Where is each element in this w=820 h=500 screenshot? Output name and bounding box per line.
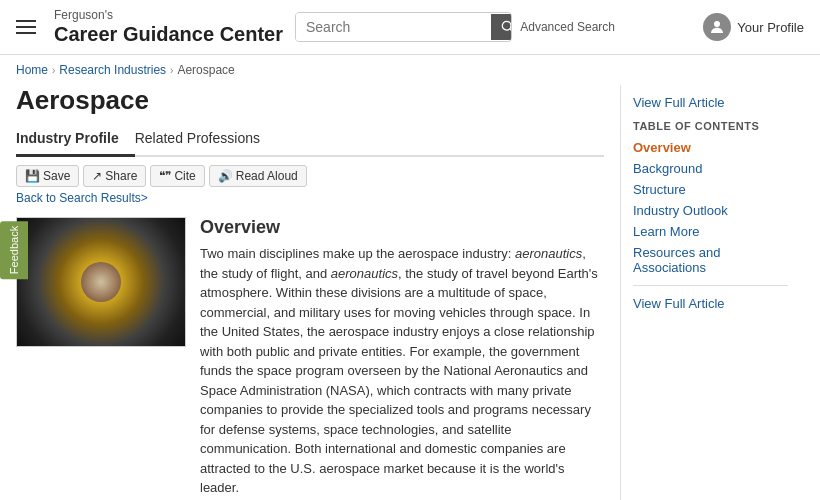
toc-title: TABLE OF CONTENTS (633, 120, 788, 132)
toolbar: 💾 Save ↗ Share ❝❞ Cite 🔊 Read Aloud (16, 165, 604, 187)
breadcrumb-current: Aerospace (177, 63, 234, 77)
sidebar: View Full Article TABLE OF CONTENTS Over… (620, 85, 800, 500)
advanced-search-link[interactable]: Advanced Search (520, 20, 615, 34)
share-label: Share (105, 169, 137, 183)
article-image-content (17, 218, 185, 346)
cite-label: Cite (174, 169, 195, 183)
search-icon (501, 20, 512, 34)
content-area: Aerospace Industry Profile Related Profe… (0, 85, 620, 500)
back-to-results-link[interactable]: Back to Search Results> (16, 191, 604, 205)
logo-area: Ferguson's Career Guidance Center (16, 8, 283, 46)
sidebar-divider (633, 285, 788, 286)
feedback-tab[interactable]: Feedback (0, 221, 28, 279)
article-text-right: Overview Two main disciplines make up th… (200, 217, 604, 498)
share-button[interactable]: ↗ Share (83, 165, 146, 187)
article-intro-section: Overview Two main disciplines make up th… (16, 217, 604, 498)
article-image (16, 217, 186, 347)
save-button[interactable]: 💾 Save (16, 165, 79, 187)
hamburger-icon[interactable] (16, 20, 36, 34)
cite-icon: ❝❞ (159, 169, 171, 183)
page-title: Aerospace (16, 85, 604, 116)
feedback-area: Feedback (0, 221, 28, 279)
profile-area[interactable]: Your Profile (703, 13, 804, 41)
svg-line-1 (510, 29, 512, 32)
tab-related-professions[interactable]: Related Professions (135, 122, 276, 157)
tab-industry-profile[interactable]: Industry Profile (16, 122, 135, 157)
search-button[interactable] (491, 14, 512, 40)
logo-top: Ferguson's (54, 8, 283, 22)
search-box (295, 12, 512, 42)
toc-item-resources[interactable]: Resources and Associations (633, 245, 788, 275)
overview-text-intro: Two main disciplines make up the aerospa… (200, 244, 604, 498)
profile-avatar (703, 13, 731, 41)
breadcrumb-sep2: › (170, 65, 173, 76)
breadcrumb-sep1: › (52, 65, 55, 76)
header: Ferguson's Career Guidance Center Advanc… (0, 0, 820, 55)
svg-point-0 (502, 21, 511, 30)
main-layout: Aerospace Industry Profile Related Profe… (0, 85, 820, 500)
toc-item-industry-outlook[interactable]: Industry Outlook (633, 203, 788, 218)
toc-item-structure[interactable]: Structure (633, 182, 788, 197)
search-input[interactable] (296, 13, 491, 41)
toc-item-background[interactable]: Background (633, 161, 788, 176)
profile-label: Your Profile (737, 20, 804, 35)
breadcrumb-level1[interactable]: Research Industries (59, 63, 166, 77)
logo-text: Ferguson's Career Guidance Center (54, 8, 283, 46)
read-aloud-button[interactable]: 🔊 Read Aloud (209, 165, 307, 187)
breadcrumb: Home › Research Industries › Aerospace (0, 55, 820, 85)
search-area: Advanced Search (295, 12, 615, 42)
view-full-article-bottom-link[interactable]: View Full Article (633, 296, 788, 311)
view-full-article-top-link[interactable]: View Full Article (633, 95, 788, 110)
tabs: Industry Profile Related Professions (16, 122, 604, 157)
cite-button[interactable]: ❝❞ Cite (150, 165, 204, 187)
toc-item-overview[interactable]: Overview (633, 140, 788, 155)
read-aloud-icon: 🔊 (218, 169, 233, 183)
overview-title: Overview (200, 217, 604, 238)
breadcrumb-home[interactable]: Home (16, 63, 48, 77)
save-label: Save (43, 169, 70, 183)
share-icon: ↗ (92, 169, 102, 183)
read-aloud-label: Read Aloud (236, 169, 298, 183)
save-icon: 💾 (25, 169, 40, 183)
svg-point-2 (714, 21, 720, 27)
logo-bottom: Career Guidance Center (54, 22, 283, 46)
toc-item-learn-more[interactable]: Learn More (633, 224, 788, 239)
